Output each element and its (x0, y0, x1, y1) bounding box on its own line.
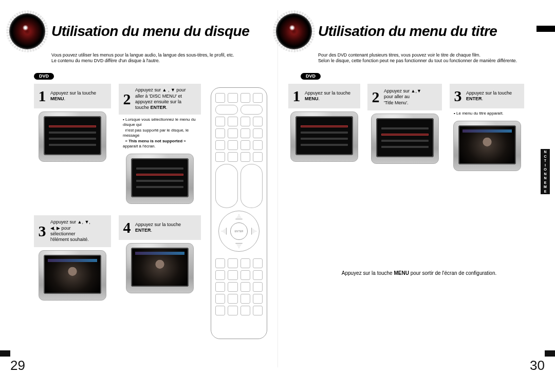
dpad-ring (215, 211, 263, 251)
tv-screenshot (126, 243, 194, 293)
step-1: 1 Appuyez sur la touche MENU. (34, 84, 111, 162)
speaker-icon (276, 13, 312, 49)
step-head: 1 Appuyez sur la touche MENU. (34, 84, 111, 108)
footer-bar-left (0, 350, 10, 357)
section-tab: FONCTIONNEMENT (541, 149, 550, 194)
step-head: 2 Appuyez sur ▲ , ▼ pour aller à 'DISC M… (119, 84, 201, 115)
step-text: Appuyez sur la touche ENTER. (466, 90, 521, 102)
step-text: Appuyez sur ▲, ▼, ◀, ▶ pour sélectionner… (50, 219, 90, 242)
header-right: Utilisation du menu du titre (276, 13, 546, 49)
step-head: 2 Appuyez sur ▲,▼ pour aller au 'Title M… (367, 84, 442, 110)
header-left: Utilisation du menu du disque (9, 13, 279, 49)
step-text: Appuyez sur la touche ENTER. (135, 222, 198, 234)
tv-screenshot (126, 154, 194, 204)
page-number-left: 29 (10, 358, 25, 374)
step-text: Appuyez sur la touche MENU. (305, 90, 357, 102)
step-4: 4 Appuyez sur la touche ENTER. (119, 215, 201, 293)
step-number: 3 (452, 88, 464, 104)
tv-screenshot (39, 250, 106, 301)
tv-screenshot (453, 121, 521, 171)
page-left: Utilisation du menu du disque Vous pouve… (9, 0, 279, 370)
arrow-icons: ◀, ▶ (50, 226, 62, 231)
step-number: 4 (121, 220, 133, 235)
remote-control-illustration (211, 87, 267, 339)
step-3: 3 Appuyez sur ▲, ▼, ◀, ▶ pour sélectionn… (34, 215, 111, 301)
step-3-r: 3 Appuyez sur la touche ENTER. • Le menu… (450, 84, 524, 171)
step-2: 2 Appuyez sur ▲ , ▼ pour aller à 'DISC M… (119, 84, 201, 204)
dvd-badge: DVD (34, 73, 54, 80)
subtitle-left: Vous pouvez utiliser les menus pour la l… (51, 52, 279, 64)
subtitle-line: Selon le disque, cette fonction peut ne … (318, 58, 517, 63)
footer-bar-right (545, 350, 555, 357)
step-head: 3 Appuyez sur ▲, ▼, ◀, ▶ pour sélectionn… (34, 215, 111, 247)
right-page-marker (536, 26, 555, 32)
step-head: 3 Appuyez sur la touche ENTER. (450, 84, 524, 108)
arrow-icons: ▲, ▼, (78, 219, 90, 225)
page-title-left: Utilisation du menu du disque (51, 23, 249, 40)
subtitle-line: Vous pouvez utiliser les menus pour la l… (51, 52, 234, 58)
step-number: 1 (291, 88, 302, 104)
arrow-up-down-icon: ▲ , ▼ (162, 87, 175, 92)
step-number: 2 (370, 89, 381, 105)
step-2-r: 2 Appuyez sur ▲,▼ pour aller au 'Title M… (367, 84, 442, 164)
step-note: • Lorsque vous sélectionnez le menu du d… (119, 115, 201, 151)
step-head: 1 Appuyez sur la touche MENU. (288, 84, 360, 108)
step-text: Appuyez sur la touche MENU. (50, 90, 108, 102)
step-number: 1 (36, 88, 48, 104)
step-text: Appuyez sur ▲ , ▼ pour aller à 'DISC MEN… (135, 87, 186, 110)
speaker-icon (9, 13, 45, 49)
step-note: • Le menu du titre apparaît. (450, 108, 524, 118)
page-title-right: Utilisation du menu du titre (318, 23, 497, 40)
subtitle-line: Le contenu du menu DVD diffère d'un disq… (51, 58, 160, 63)
tv-screenshot (290, 111, 358, 162)
step-number: 2 (121, 91, 133, 107)
subtitle-line: Pour des DVD contenant plusieurs titres,… (318, 52, 480, 58)
step-number: 3 (36, 223, 48, 239)
arrow-up-down-icon: ▲,▼ (411, 88, 421, 94)
exit-note: Appuyez sur la touche MENU pour sortir d… (308, 270, 530, 276)
tv-screenshot (39, 111, 106, 162)
page-number-right: 30 (530, 358, 545, 374)
tv-screenshot (371, 114, 439, 164)
subtitle-right: Pour des DVD contenant plusieurs titres,… (318, 52, 546, 64)
page-right: Utilisation du menu du titre Pour des DV… (276, 0, 546, 370)
dvd-badge: DVD (301, 73, 321, 80)
step-text: Appuyez sur ▲,▼ pour aller au 'Title Men… (384, 88, 421, 106)
step-1-r: 1 Appuyez sur la touche MENU. (288, 84, 360, 162)
step-head: 4 Appuyez sur la touche ENTER. (119, 215, 201, 240)
